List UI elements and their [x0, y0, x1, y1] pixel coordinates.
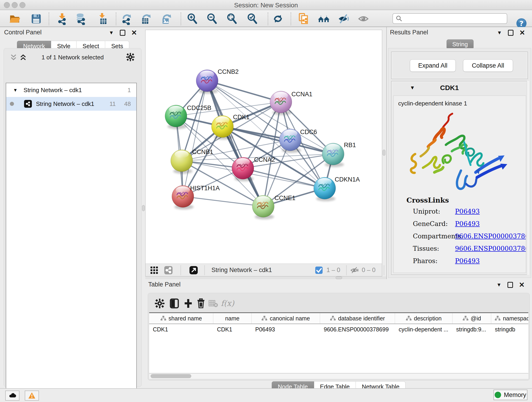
export-network-icon[interactable]: [120, 13, 133, 25]
create-column-icon[interactable]: [183, 298, 193, 309]
zoom-out-icon[interactable]: [206, 13, 218, 25]
panel-close-icon[interactable]: ✕: [519, 282, 525, 288]
cloud-status-button[interactable]: [5, 390, 19, 401]
network-options-gear-icon[interactable]: [126, 52, 135, 63]
string-share-icon[interactable]: [164, 266, 173, 275]
open-in-new-window-icon[interactable]: [189, 266, 198, 275]
function-builder-icon: f(x): [221, 299, 234, 308]
panel-close-icon[interactable]: ✕: [131, 30, 137, 36]
table-row[interactable]: CDK1CDK1P064939606.ENSP00000378699cyclin…: [149, 324, 528, 335]
crosslink-link[interactable]: 9606.ENSP00000378699: [455, 232, 526, 240]
panel-float-icon[interactable]: [507, 282, 513, 288]
delete-table-icon-disabled: [208, 298, 219, 309]
collapse-all-button[interactable]: Collapse All: [463, 59, 513, 72]
selected-count: 1 – 0: [326, 267, 340, 274]
column-header-namespace[interactable]: namespace: [491, 313, 528, 324]
crosslink-link[interactable]: P06493: [455, 257, 480, 265]
column-header-canonical-name[interactable]: canonical name: [252, 313, 320, 324]
column-header-shared-name[interactable]: shared name: [149, 313, 213, 324]
export-image-icon[interactable]: [160, 13, 172, 25]
results-scrollbar[interactable]: [527, 81, 530, 275]
node-label-CDK1: CDK1: [233, 114, 249, 121]
node-CDKN1A[interactable]: [314, 177, 336, 201]
hide-selected-icon[interactable]: [337, 13, 350, 25]
network-row[interactable]: String Network – cdk1 11 48: [6, 97, 136, 111]
crosslink-link[interactable]: P06493: [455, 220, 480, 228]
network-view-canvas[interactable]: CCNB2CCNA1CDC25BCDK1CDC6RB1CCNB1CCNA2CDK…: [145, 30, 382, 264]
table-cell[interactable]: CDK1: [149, 324, 213, 335]
search-box[interactable]: [393, 13, 507, 24]
search-input[interactable]: [404, 15, 507, 22]
table-cell[interactable]: 9606.ENSP00000378699: [320, 324, 395, 335]
crosslink-label: GeneCard:: [413, 220, 448, 228]
column-header-database-identifier[interactable]: database identifier: [320, 313, 395, 324]
zoom-selected-icon[interactable]: [246, 13, 259, 25]
column-header--id[interactable]: @id: [452, 313, 491, 324]
string-home-icon[interactable]: [317, 13, 330, 25]
export-table-icon[interactable]: [140, 13, 152, 25]
bottom-splitter-handle[interactable]: [336, 276, 342, 279]
node-CCNA1[interactable]: [270, 91, 292, 115]
panel-minimize-icon[interactable]: ▼: [497, 30, 502, 36]
panel-float-icon[interactable]: [508, 30, 513, 36]
cytoscape-window: Session: New Session ? Control Panel: [0, 0, 532, 402]
results-panel-title: Results Panel: [390, 29, 428, 36]
show-all-icon[interactable]: [357, 13, 370, 25]
table-cell[interactable]: stringdb: [491, 324, 528, 335]
node-label-CDC6: CDC6: [300, 128, 317, 135]
expand-all-button[interactable]: Expand All: [410, 59, 456, 72]
delete-column-icon[interactable]: [196, 298, 206, 309]
collection-collapse-icon[interactable]: ▼: [13, 88, 18, 93]
refresh-icon[interactable]: [272, 13, 284, 25]
crosslink-link[interactable]: P06493: [455, 208, 480, 215]
main-toolbar: ?: [0, 11, 532, 27]
import-table-icon[interactable]: [96, 13, 109, 25]
node-CCNB1[interactable]: [171, 150, 193, 174]
table-cell[interactable]: CDK1: [213, 324, 252, 335]
warning-status-button[interactable]: [25, 390, 39, 401]
zoom-fit-content-icon[interactable]: [226, 13, 238, 25]
gene-collapse-icon[interactable]: ▼: [410, 85, 415, 91]
node-CCNE1[interactable]: [252, 195, 274, 219]
column-header-description[interactable]: description: [395, 313, 452, 324]
node-label-CCNE1: CCNE1: [274, 195, 296, 201]
save-session-icon[interactable]: [30, 13, 42, 25]
zoom-in-icon[interactable]: [186, 13, 199, 25]
import-network-database-icon[interactable]: [75, 13, 88, 25]
left-splitter-handle[interactable]: [142, 205, 145, 211]
crosslink-link[interactable]: 9606.ENSP00000378699: [455, 245, 526, 252]
gene-section-header[interactable]: ▼ CDK1: [392, 81, 527, 94]
tab-string[interactable]: String: [447, 39, 474, 49]
table-cell[interactable]: cyclin-dependent ...: [395, 324, 452, 335]
edge-CCNB2-CCNA1: [207, 81, 281, 102]
copy-network-icon[interactable]: [297, 13, 310, 25]
network-view-toolbar: String Network – cdk1 1 – 0 0 – 0: [145, 264, 382, 276]
node-CDC6[interactable]: [279, 129, 301, 153]
crosslink-label: Uniprot:: [413, 208, 440, 215]
node-RB1[interactable]: [322, 143, 344, 167]
column-header-name[interactable]: name: [213, 313, 252, 324]
memory-button[interactable]: Memory: [494, 390, 527, 400]
panel-minimize-icon[interactable]: ▼: [109, 30, 114, 36]
node-CDC25B[interactable]: [165, 105, 187, 129]
table-cell[interactable]: P06493: [252, 324, 320, 335]
panel-close-icon[interactable]: ✕: [519, 30, 525, 36]
import-network-file-icon[interactable]: [56, 13, 68, 25]
panel-minimize-icon[interactable]: ▼: [496, 282, 501, 288]
svg-text:?: ?: [519, 19, 524, 27]
view-toolbar-separator: [181, 265, 181, 275]
table-hscroll-thumb[interactable]: [151, 374, 191, 378]
network-collection-row[interactable]: ▼ String Network – cdk1 1: [6, 83, 136, 97]
node-CDK1[interactable]: [211, 115, 234, 140]
selected-checkbox-icon[interactable]: [314, 266, 323, 275]
show-columns-icon[interactable]: [169, 298, 180, 309]
hidden-count: 0 – 0: [362, 267, 375, 274]
node-label-CCNA2: CCNA2: [254, 156, 275, 163]
birdseye-grid-icon[interactable]: [150, 266, 159, 275]
right-splitter-handle[interactable]: [383, 150, 385, 156]
panel-float-icon[interactable]: [120, 30, 125, 36]
table-options-gear-icon[interactable]: [154, 298, 165, 309]
table-cell[interactable]: stringdb:9...: [452, 324, 491, 335]
open-file-icon[interactable]: [9, 13, 21, 25]
title-bar[interactable]: Session: New Session: [0, 0, 532, 10]
